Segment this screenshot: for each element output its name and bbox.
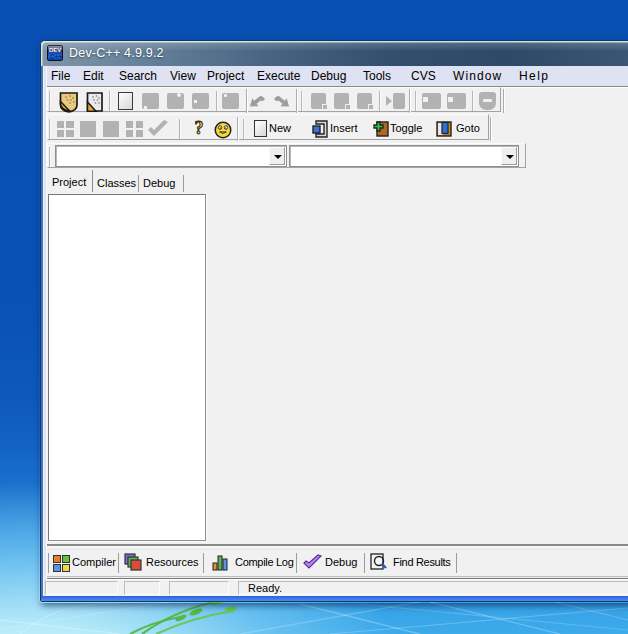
svg-text:?: ? [195,118,204,138]
